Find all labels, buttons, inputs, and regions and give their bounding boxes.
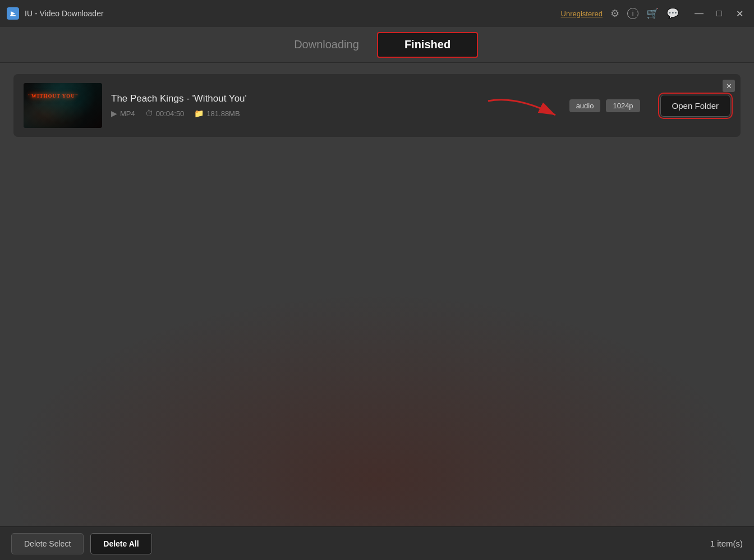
tab-downloading[interactable]: Downloading <box>276 32 377 58</box>
delete-all-button[interactable]: Delete All <box>90 533 151 554</box>
settings-icon[interactable]: ⚙ <box>610 7 619 20</box>
video-icon: ▶ <box>111 109 117 118</box>
close-button[interactable]: ✕ <box>732 6 747 21</box>
thumbnail-image <box>24 83 102 128</box>
app-icon <box>7 7 19 20</box>
item-count: 1 item(s) <box>710 539 743 548</box>
title-bar: IU - Video Downloader Unregistered ⚙ i 🛒… <box>0 0 754 27</box>
svg-rect-2 <box>10 15 16 16</box>
quality-badge: 1024p <box>606 99 640 112</box>
open-folder-button[interactable]: Open Folder <box>660 95 730 117</box>
folder-icon: 📁 <box>194 109 204 118</box>
delete-select-button[interactable]: Delete Select <box>11 533 84 554</box>
clock-icon: ⏱ <box>145 109 153 118</box>
item-close-button[interactable]: ✕ <box>723 80 735 92</box>
audio-badge: audio <box>569 99 601 112</box>
title-bar-right: Unregistered ⚙ i 🛒 💬 — □ ✕ <box>561 6 747 21</box>
tab-bar: Downloading Finished <box>0 27 754 63</box>
item-title: The Peach Kings - 'Without You' <box>111 93 560 104</box>
download-item: The Peach Kings - 'Without You' ▶ MP4 ⏱ … <box>13 74 741 137</box>
title-bar-left: IU - Video Downloader <box>7 7 104 20</box>
minimize-button[interactable]: — <box>691 6 707 21</box>
item-meta: ▶ MP4 ⏱ 00:04:50 📁 181.88MB <box>111 109 560 118</box>
size-meta: 📁 181.88MB <box>194 109 240 118</box>
duration-meta: ⏱ 00:04:50 <box>145 109 185 118</box>
unregistered-link[interactable]: Unregistered <box>561 10 603 18</box>
bottom-bar: Delete Select Delete All 1 item(s) <box>0 526 754 560</box>
chat-icon[interactable]: 💬 <box>666 7 679 20</box>
app-title: IU - Video Downloader <box>25 9 104 18</box>
cart-icon[interactable]: 🛒 <box>646 7 659 20</box>
window-controls: — □ ✕ <box>691 6 747 21</box>
item-info: The Peach Kings - 'Without You' ▶ MP4 ⏱ … <box>111 93 560 118</box>
maximize-button[interactable]: □ <box>711 6 727 21</box>
main-content: The Peach Kings - 'Without You' ▶ MP4 ⏱ … <box>0 63 754 526</box>
tab-finished[interactable]: Finished <box>377 32 478 58</box>
info-icon[interactable]: i <box>627 8 638 19</box>
item-badges: audio 1024p <box>569 99 640 112</box>
format-meta: ▶ MP4 <box>111 109 135 118</box>
thumbnail <box>24 83 102 128</box>
